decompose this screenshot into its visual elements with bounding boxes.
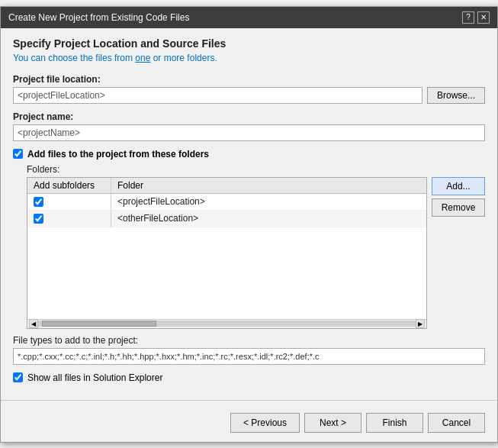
cancel-button[interactable]: Cancel <box>428 413 485 433</box>
table-header: Add subfolders Folder <box>27 178 426 194</box>
next-button[interactable]: Next > <box>304 413 361 433</box>
folders-area: Add subfolders Folder <projectFileLocati… <box>27 177 485 329</box>
close-button[interactable]: ✕ <box>477 11 490 24</box>
folders-buttons: Add... Remove <box>432 177 485 329</box>
browse-button[interactable]: Browse... <box>427 87 485 104</box>
add-files-checkbox[interactable] <box>13 149 23 159</box>
section-subtitle: You can choose the files from one or mor… <box>13 53 485 63</box>
row-folder-2: <otherFileLocation> <box>111 213 426 224</box>
col-folder-header: Folder <box>111 178 426 193</box>
project-name-input[interactable] <box>13 124 485 141</box>
scroll-left-arrow[interactable]: ◀ <box>29 319 38 328</box>
project-location-input[interactable] <box>13 87 422 104</box>
one-underline: one <box>135 53 150 63</box>
project-name-row <box>13 124 485 141</box>
remove-folder-button[interactable]: Remove <box>432 198 485 217</box>
table-row: <otherFileLocation> <box>27 211 426 227</box>
bottom-bar: < Previous Next > Finish Cancel <box>1 407 497 442</box>
col-subfolders-header: Add subfolders <box>27 178 111 193</box>
file-types-input[interactable] <box>13 348 485 365</box>
row-checkbox-2[interactable] <box>34 214 43 224</box>
horizontal-scrollbar: ◀ ▶ <box>27 319 426 328</box>
project-name-label: Project name: <box>13 111 485 122</box>
row-checkbox-1[interactable] <box>34 197 43 207</box>
file-types-label: File types to add to the project: <box>13 335 485 346</box>
row-folder-1: <projectFileLocation> <box>111 196 426 207</box>
row-check-1 <box>27 194 111 210</box>
project-location-row: Browse... <box>13 87 485 104</box>
table-rows: <projectFileLocation> <otherFileLocation… <box>27 194 426 319</box>
divider <box>1 400 497 401</box>
help-button[interactable]: ? <box>462 11 474 24</box>
previous-button[interactable]: < Previous <box>230 413 300 433</box>
title-bar-buttons: ? ✕ <box>462 11 490 24</box>
scroll-right-arrow[interactable]: ▶ <box>416 319 425 328</box>
project-location-label: Project file location: <box>13 74 485 85</box>
scrollbar-thumb[interactable] <box>42 321 156 327</box>
show-files-checkbox[interactable] <box>13 372 23 382</box>
folders-table: Add subfolders Folder <projectFileLocati… <box>27 177 427 329</box>
section-header: Specify Project Location and Source File… <box>13 37 485 50</box>
project-name-group: Project name: <box>13 111 485 141</box>
main-dialog: Create New Project from Existing Code Fi… <box>0 6 498 443</box>
dialog-body: Specify Project Location and Source File… <box>1 28 497 392</box>
table-row: <projectFileLocation> <box>27 194 426 211</box>
scrollbar-track <box>38 321 416 327</box>
finish-button[interactable]: Finish <box>366 413 423 433</box>
empty-rows <box>27 227 426 319</box>
file-types-group: File types to add to the project: <box>13 335 485 365</box>
add-files-checkbox-row: Add files to the project from these fold… <box>13 149 485 160</box>
folders-label: Folders: <box>27 164 485 175</box>
project-location-group: Project file location: Browse... <box>13 74 485 104</box>
row-check-2 <box>27 211 111 227</box>
show-files-label: Show all files in Solution Explorer <box>27 372 162 383</box>
add-folder-button[interactable]: Add... <box>432 177 485 195</box>
dialog-title: Create New Project from Existing Code Fi… <box>8 12 189 23</box>
show-files-row: Show all files in Solution Explorer <box>13 372 485 383</box>
add-files-label: Add files to the project from these fold… <box>27 149 209 160</box>
folders-section: Folders: Add subfolders Folder <box>27 164 485 329</box>
title-bar: Create New Project from Existing Code Fi… <box>1 7 497 28</box>
